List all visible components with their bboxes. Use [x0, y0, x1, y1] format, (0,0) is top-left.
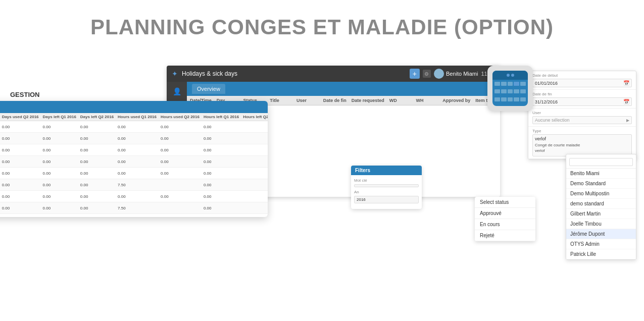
date-fin-cal-icon[interactable]: 📅: [623, 99, 629, 104]
table-cell: 0.00: [159, 214, 202, 218]
cal-cell: [520, 97, 526, 101]
add-button[interactable]: +: [410, 69, 420, 79]
type-item-1[interactable]: Congé de courte maladie: [535, 142, 629, 148]
th-hleft-q2: Hours left Q2 2016: [241, 113, 268, 121]
table-cell: 0.00: [202, 191, 241, 202]
table-row: Jérôme Dupont0.000.000.000.007.500.00: [0, 202, 268, 214]
table-cell: 0.00: [0, 121, 41, 133]
date-debut-row: Date de début 01/01/2016 📅: [528, 71, 636, 90]
table-row: demo standard0.000.000.000.000.000.000.0…: [0, 156, 268, 168]
date-fin-field[interactable]: 31/12/2016 📅: [532, 97, 632, 106]
type-box: verlof Congé de courte maladie verlof: [532, 134, 632, 156]
user-search-input[interactable]: [569, 158, 633, 166]
user-otys[interactable]: OTYS Admin: [566, 239, 636, 249]
cal-cell: [494, 82, 500, 86]
mot-cle-input[interactable]: [354, 184, 419, 187]
table-cell: 0.00: [116, 144, 159, 156]
titlebar-actions: + ⚙ Benito Miami 11:31: [410, 69, 495, 79]
table-cell: 0.00: [0, 144, 41, 156]
table-cell: [159, 202, 202, 214]
date-debut-field[interactable]: 01/01/2016 📅: [532, 79, 632, 87]
table-cell: 0.00: [159, 168, 202, 179]
table-cell: [241, 179, 268, 191]
table-cell: 0.00: [202, 121, 241, 133]
table-cell: 0.00: [159, 156, 202, 168]
user-joelle[interactable]: Joelle Timbou: [566, 219, 636, 229]
user-info: Benito Miami: [434, 69, 478, 79]
table-cell: 0.00: [41, 179, 78, 191]
table-row: Demo Standard0.000.000.000.000.000.000.0…: [0, 168, 268, 179]
table-cell: 0.00: [116, 133, 159, 144]
table-cell: [241, 214, 268, 218]
user-dropdown: Benito Miami Demo Standard Demo Multipos…: [566, 154, 636, 260]
cal-grid: [492, 80, 528, 106]
table-cell: 0.00: [116, 121, 159, 133]
employee-tbody: Anna De Ruis0.000.000.000.000.000.000.00…: [0, 121, 268, 218]
table-cell: 0.00: [202, 133, 241, 144]
table-cell: 0.00: [159, 144, 202, 156]
col-user: User: [296, 98, 318, 103]
cal-dot-2: [511, 74, 514, 77]
table-cell: 0.00: [116, 191, 159, 202]
user-benito[interactable]: Benito Miami: [566, 169, 636, 179]
date-debut-cal-icon[interactable]: 📅: [623, 80, 629, 86]
table-cell: 7.50: [116, 202, 159, 214]
status-approuve-item[interactable]: Approuvé: [475, 208, 535, 219]
page-title: PLANNING CONGES ET MALADIE (OPTION): [0, 0, 644, 49]
table-cell: [241, 133, 268, 144]
tab-overview[interactable]: Overview: [192, 84, 225, 94]
date-fin-label: Date de fin: [532, 92, 632, 96]
date-fin-row: Date de fin 31/12/2016 📅: [528, 90, 636, 109]
avatar: [434, 69, 444, 79]
user-gilbert[interactable]: Gilbert Martin: [566, 209, 636, 219]
table-cell: [159, 179, 202, 191]
type-item-2[interactable]: verlof: [535, 148, 629, 153]
table-row: Joelle Timbous0.000.000.000.000.000.000.…: [0, 191, 268, 202]
table-cell: [241, 168, 268, 179]
table-cell: 0.00: [41, 191, 78, 202]
col-wh: WH: [416, 98, 438, 103]
table-cell: 0.00: [159, 133, 202, 144]
table-row: Benito Miami0.000.000.000.000.000.000.00: [0, 133, 268, 144]
nav-person-icon[interactable]: 👤: [170, 85, 184, 98]
table-cell: 0.00: [78, 121, 116, 133]
status-select-item[interactable]: Select status: [475, 197, 535, 208]
table-cell: 0.00: [202, 168, 241, 179]
cal-cell: [501, 89, 507, 93]
cal-cell: [520, 82, 526, 86]
app-header-bar: Overview: [187, 82, 500, 96]
an-input[interactable]: 2016: [354, 196, 419, 203]
user-name: Benito Miami: [446, 71, 478, 77]
table-cell: 0.00: [78, 168, 116, 179]
app-title: Holidays & sick days: [182, 70, 406, 77]
table-cell: 0.00: [159, 191, 202, 202]
table-cell: 0.00: [78, 133, 116, 144]
cal-cell: [514, 89, 519, 93]
table-row: Gilbert Martin0.000.000.000.007.500.00: [0, 179, 268, 191]
col-wd: WD: [389, 98, 411, 103]
table-cell: [241, 202, 268, 214]
user-demo-multipostin[interactable]: Demo Multipostin: [566, 189, 636, 199]
cal-cell: [494, 89, 500, 93]
date-debut-label: Date de début: [532, 73, 632, 78]
bottom-table-window: Overview Employee Days used Q1 2016 Days…: [0, 101, 268, 217]
table-cell: 0.00: [116, 168, 159, 179]
cal-cell: [508, 89, 513, 93]
col-datereq: Date requested: [352, 98, 384, 103]
user-jerome[interactable]: Jérôme Dupont: [566, 229, 636, 239]
status-rejete-item[interactable]: Rejeté: [475, 230, 535, 241]
user-patrick[interactable]: Patrick Lille: [566, 249, 636, 259]
user-demo-standard-lower[interactable]: demo standard: [566, 199, 636, 209]
filter-header: Filters: [351, 166, 422, 175]
table-cell: 0.00: [41, 168, 78, 179]
user-select-value: Aucune sélection: [535, 118, 570, 123]
table-cell: 0.00: [41, 202, 78, 214]
status-encours-item[interactable]: En cours: [475, 219, 535, 230]
col-approved: Approved by: [442, 98, 470, 103]
type-items: Congé de courte maladie verlof: [535, 141, 629, 154]
user-select[interactable]: Aucune sélection ▶: [532, 116, 632, 124]
user-demo-standard[interactable]: Demo Standard: [566, 179, 636, 189]
table-cell: [241, 121, 268, 133]
an-label: An: [354, 190, 419, 194]
table-cell: 0.00: [0, 179, 41, 191]
